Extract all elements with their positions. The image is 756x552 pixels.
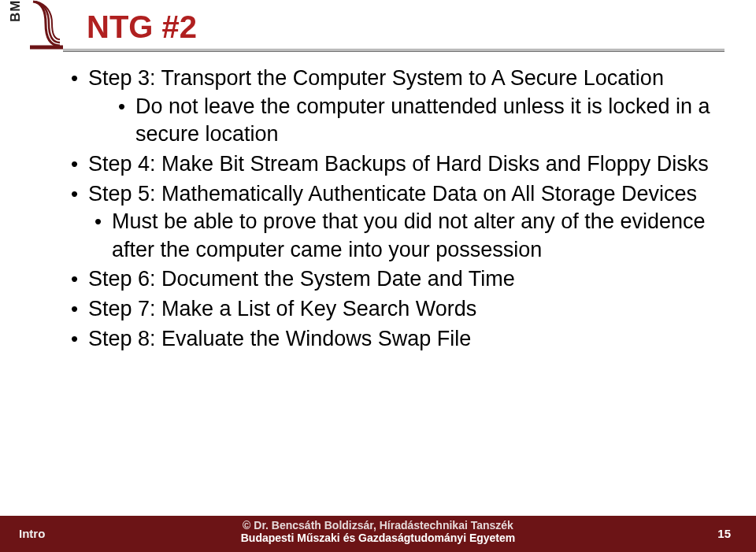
- footer-center: © Dr. Bencsáth Boldizsár, Híradástechnik…: [158, 519, 598, 544]
- title-underline: [63, 49, 724, 52]
- footer-page-number: 15: [717, 527, 731, 540]
- university-logo-icon: [30, 0, 63, 52]
- slide-content: Step 3: Transport the Computer System to…: [71, 65, 732, 354]
- slide-footer: Intro © Dr. Bencsáth Boldizsár, Híradást…: [0, 516, 756, 552]
- list-item: Step 6: Document the System Date and Tim…: [71, 265, 732, 294]
- sidebar-vertical: BME: [0, 0, 33, 552]
- list-item-text: Must be able to prove that you did not a…: [112, 209, 705, 261]
- list-item: Step 4: Make Bit Stream Backups of Hard …: [71, 150, 732, 179]
- footer-copyright: © Dr. Bencsáth Boldizsár, Híradástechnik…: [158, 519, 598, 532]
- footer-university: Budapesti Műszaki és Gazdaságtudományi E…: [158, 532, 598, 544]
- list-item: Step 3: Transport the Computer System to…: [71, 65, 732, 149]
- list-item-text: Step 4: Make Bit Stream Backups of Hard …: [88, 152, 709, 176]
- list-item: Step 5: Mathematically Authenticate Data…: [71, 180, 732, 265]
- footer-left-label: Intro: [19, 527, 45, 540]
- list-item: Step 7: Make a List of Key Search Words: [71, 295, 732, 324]
- list-item-text: Step 3: Transport the Computer System to…: [88, 66, 664, 90]
- bme-label: BME: [8, 0, 24, 22]
- list-item-text: Step 5: Mathematically Authenticate Data…: [88, 182, 697, 206]
- list-item: Step 8: Evaluate the Windows Swap File: [71, 325, 732, 354]
- list-item-text: Do not leave the computer unattended unl…: [135, 94, 710, 146]
- list-item-text: Step 7: Make a List of Key Search Words: [88, 297, 476, 320]
- list-item: Do not leave the computer unattended unl…: [118, 93, 732, 149]
- list-item-text: Step 8: Evaluate the Windows Swap File: [88, 327, 471, 350]
- list-item: Must be able to prove that you did not a…: [94, 208, 732, 264]
- list-item-text: Step 6: Document the System Date and Tim…: [88, 267, 515, 291]
- slide-title: NTG #2: [87, 9, 197, 45]
